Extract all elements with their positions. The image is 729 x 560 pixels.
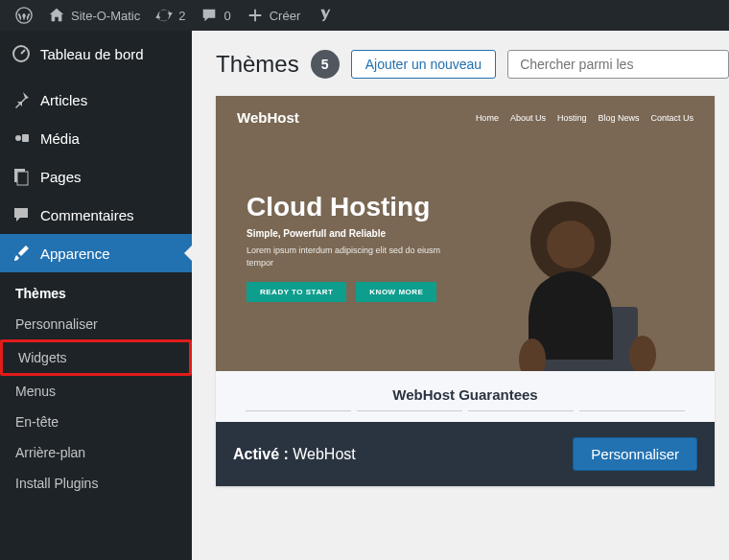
- menu-posts[interactable]: Articles: [0, 81, 192, 119]
- preview-nav-links: HomeAbout UsHostingBlog NewsContact Us: [476, 113, 694, 123]
- submenu-customize[interactable]: Personnaliser: [0, 309, 192, 339]
- submenu-background[interactable]: Arrière-plan: [0, 437, 192, 468]
- theme-card[interactable]: WebHost HomeAbout UsHostingBlog NewsCont…: [216, 96, 715, 486]
- svg-point-2: [15, 135, 21, 141]
- page-title: Thèmes: [216, 51, 299, 78]
- active-theme-label: Activé : WebHost: [233, 446, 356, 463]
- preview-guarantee: WebHost Guarantees: [216, 371, 715, 422]
- comment-icon: [12, 205, 31, 224]
- brush-icon: [12, 244, 31, 263]
- search-input[interactable]: [507, 50, 729, 79]
- svg-point-10: [547, 221, 595, 268]
- preview-brand: WebHost: [237, 109, 299, 126]
- submenu-menus[interactable]: Menus: [0, 376, 192, 407]
- comments-link[interactable]: 0: [193, 0, 238, 31]
- appearance-submenu: Thèmes Personnaliser Widgets Menus En-tê…: [0, 272, 192, 508]
- menu-comments[interactable]: Commentaires: [0, 196, 192, 234]
- svg-rect-5: [17, 172, 28, 185]
- dashboard-icon: [12, 44, 31, 63]
- updates-link[interactable]: 2: [148, 0, 193, 31]
- svg-rect-3: [22, 134, 29, 142]
- menu-appearance[interactable]: Apparence: [0, 234, 192, 272]
- create-link[interactable]: Créer: [239, 0, 309, 31]
- submenu-install-plugins[interactable]: Install Plugins: [0, 468, 192, 499]
- pin-icon: [12, 90, 31, 109]
- submenu-header[interactable]: En-tête: [0, 407, 192, 437]
- yoast-link[interactable]: [308, 0, 341, 31]
- page-header: Thèmes 5 Ajouter un nouveau: [216, 50, 729, 79]
- admin-toolbar: Site-O-Matic 2 0 Créer: [0, 0, 729, 31]
- theme-count-badge: 5: [311, 50, 340, 79]
- site-link[interactable]: Site-O-Matic: [40, 0, 148, 31]
- menu-media[interactable]: Média: [0, 119, 192, 157]
- menu-dashboard[interactable]: Tableau de bord: [0, 31, 192, 81]
- preview-hero: Cloud Hosting Simple, Powerfull and Reli…: [247, 192, 467, 302]
- theme-preview: WebHost HomeAbout UsHostingBlog NewsCont…: [216, 96, 715, 422]
- submenu-themes[interactable]: Thèmes: [0, 278, 192, 309]
- admin-sidebar: Tableau de bord Articles Média Pages Com…: [0, 31, 192, 560]
- pages-icon: [12, 167, 31, 186]
- add-new-button[interactable]: Ajouter un nouveau: [351, 50, 496, 79]
- theme-card-footer: Activé : WebHost Personnaliser: [216, 422, 715, 486]
- svg-point-12: [629, 336, 656, 374]
- submenu-widgets[interactable]: Widgets: [0, 339, 192, 376]
- media-icon: [12, 128, 31, 148]
- customize-button[interactable]: Personnaliser: [573, 437, 697, 471]
- menu-pages[interactable]: Pages: [0, 157, 192, 196]
- content-area: Thèmes 5 Ajouter un nouveau WebHost Home…: [192, 31, 729, 560]
- wp-logo[interactable]: [8, 0, 40, 31]
